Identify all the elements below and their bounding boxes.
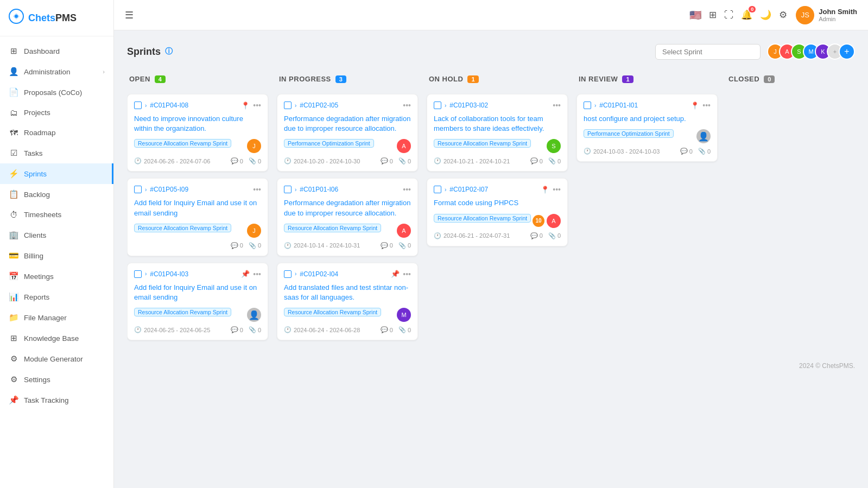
card-checkbox[interactable] <box>284 270 292 278</box>
sidebar-item-dashboard[interactable]: ⊞ Dashboard <box>0 41 113 61</box>
add-member-button[interactable]: + <box>839 43 855 60</box>
card-tag[interactable]: Resource Allocation Revamp Sprint <box>434 139 531 148</box>
card-id[interactable]: #C01P02-I05 <box>300 102 338 109</box>
kanban-col-inprogress: IN PROGRESS 3 › #C01P02-I05 ••• Performa… <box>277 71 418 347</box>
sidebar-item-proposals[interactable]: 📄 Proposals (CoCo) <box>0 82 113 103</box>
logo[interactable]: ChetsPMS <box>0 0 113 36</box>
theme-toggle-icon[interactable]: 🌙 <box>760 9 771 21</box>
card-tag[interactable]: Resource Allocation Revamp Sprint <box>284 224 381 232</box>
card-checkbox[interactable] <box>134 270 142 278</box>
more-options-icon[interactable]: ••• <box>253 270 261 278</box>
info-icon[interactable]: ⓘ <box>165 47 173 56</box>
sidebar-label-timesheets: Timesheets <box>24 211 61 219</box>
sidebar-item-task-tracking[interactable]: 📌 Task Tracking <box>0 390 113 410</box>
more-options-icon[interactable]: ••• <box>403 185 411 194</box>
sprint-select-input[interactable] <box>655 44 761 60</box>
more-options-icon[interactable]: ••• <box>253 101 261 110</box>
sidebar-icon-sprints: ⚡ <box>9 169 18 179</box>
card-id[interactable]: #C01P01-I01 <box>599 102 638 109</box>
card-tag[interactable]: Resource Allocation Revamp Sprint <box>434 214 531 223</box>
card-id[interactable]: #C01P04-I08 <box>150 102 188 109</box>
sidebar-label-dashboard: Dashboard <box>24 47 60 55</box>
sidebar-item-module-generator[interactable]: ⚙ Module Generator <box>0 348 113 369</box>
more-options-icon[interactable]: ••• <box>403 101 411 110</box>
card-checkbox[interactable] <box>434 186 441 193</box>
more-options-icon[interactable]: ••• <box>702 101 711 110</box>
card-date: 🕐2024-06-25 - 2024-06-25 <box>134 326 210 333</box>
card-title[interactable]: Performance degradation after migration … <box>284 114 411 134</box>
sidebar-label-knowledge-base: Knowledge Base <box>24 334 79 343</box>
card-checkbox[interactable] <box>134 186 142 193</box>
card-stats: 💬0 📎0 <box>231 242 261 249</box>
pin-icon[interactable]: 📌 <box>391 270 400 278</box>
sidebar-item-knowledge-base[interactable]: ⊞ Knowledge Base <box>0 328 113 348</box>
attachments-count: 📎0 <box>398 326 411 333</box>
pin-icon[interactable]: 📌 <box>241 270 250 278</box>
sidebar-item-tasks[interactable]: ☑ Tasks <box>0 143 113 163</box>
sidebar-item-reports[interactable]: 📊 Reports <box>0 287 113 307</box>
card-tag[interactable]: Performance Optimization Sprint <box>284 139 374 148</box>
card-title[interactable]: Need to improve innovation culture withi… <box>134 114 261 134</box>
card-footer: 🕐2024-10-14 - 2024-10-31 💬0 📎0 <box>284 242 411 249</box>
menu-toggle-button[interactable]: ☰ <box>125 9 134 21</box>
more-options-icon[interactable]: ••• <box>553 185 561 194</box>
card-tag[interactable]: Resource Allocation Revamp Sprint <box>134 139 231 148</box>
card-title[interactable]: Performance degradation after migration … <box>284 198 411 218</box>
pin-icon[interactable]: 📍 <box>541 186 549 194</box>
card-header: › #C01P05-I09 ••• <box>134 185 261 194</box>
settings-icon[interactable]: ⚙ <box>779 9 787 21</box>
sidebar-item-projects[interactable]: 🗂 Projects <box>0 103 113 123</box>
card-checkbox[interactable] <box>434 102 441 109</box>
comments-count: 💬0 <box>231 157 243 164</box>
card-tag[interactable]: Resource Allocation Revamp Sprint <box>284 308 381 316</box>
card-checkbox[interactable] <box>134 102 142 109</box>
card-title[interactable]: Format code using PHPCS <box>434 198 561 208</box>
sidebar-item-billing[interactable]: 💳 Billing <box>0 245 113 266</box>
card-tag[interactable]: Performance Optimization Sprint <box>584 129 674 138</box>
card-checkbox[interactable] <box>284 186 292 193</box>
language-flag[interactable]: 🇺🇸 <box>689 9 701 21</box>
card-tag[interactable]: Resource Allocation Revamp Sprint <box>134 308 231 316</box>
more-options-icon[interactable]: ••• <box>253 185 261 194</box>
sidebar-icon-billing: 💳 <box>9 251 18 261</box>
card-id[interactable]: #C01P02-I07 <box>449 186 488 193</box>
notification-icon[interactable]: 🔔 0 <box>741 9 752 21</box>
apps-icon[interactable]: ⊞ <box>709 9 717 21</box>
card-tag[interactable]: Resource Allocation Revamp Sprint <box>134 224 231 232</box>
card-title[interactable]: Add field for Inquiry Email and use it o… <box>134 283 261 302</box>
more-options-icon[interactable]: ••• <box>403 270 411 278</box>
assignee-avatar: M <box>397 308 411 322</box>
card-title[interactable]: Add translated files and test stintar no… <box>284 283 411 302</box>
card-date: 🕐2024-06-24 - 2024-06-28 <box>284 326 360 333</box>
more-options-icon[interactable]: ••• <box>553 101 561 110</box>
sidebar-item-settings[interactable]: ⚙ Settings <box>0 369 113 390</box>
sidebar-item-roadmap[interactable]: 🗺 Roadmap <box>0 123 113 143</box>
card-id[interactable]: #C01P01-I06 <box>300 186 338 193</box>
sidebar-item-administration[interactable]: 👤 Administration › <box>0 61 113 82</box>
sidebar-item-timesheets[interactable]: ⏱ Timesheets <box>0 205 113 225</box>
card-id[interactable]: #C01P02-I04 <box>300 270 338 278</box>
card-title[interactable]: host configure and project setup. <box>584 114 711 124</box>
card-chevron-icon: › <box>445 187 446 193</box>
page-title-text: Sprints <box>127 46 161 58</box>
pin-icon[interactable]: 📍 <box>241 102 250 110</box>
card-id-row: › #C01P05-I09 <box>134 186 188 193</box>
card-title[interactable]: Add field for Inquiry Email and use it o… <box>134 198 261 218</box>
card-id[interactable]: #C01P03-I02 <box>449 102 488 109</box>
sidebar-item-clients[interactable]: 🏢 Clients <box>0 225 113 245</box>
card-id[interactable]: #C01P04-I03 <box>150 270 188 278</box>
sidebar-item-file-manager[interactable]: 📁 File Manager <box>0 307 113 328</box>
card-checkbox[interactable] <box>584 102 591 109</box>
fullscreen-icon[interactable]: ⛶ <box>724 10 733 21</box>
sidebar-item-meetings[interactable]: 📅 Meetings <box>0 266 113 287</box>
card-id[interactable]: #C01P05-I09 <box>150 186 188 193</box>
sidebar: ChetsPMS ⊞ Dashboard 👤 Administration › … <box>0 0 114 488</box>
sidebar-item-backlog[interactable]: 📋 Backlog <box>0 184 113 205</box>
sidebar-item-sprints[interactable]: ⚡ Sprints <box>0 163 113 184</box>
user-profile[interactable]: JS John Smith Admin <box>796 6 857 24</box>
comment-icon: 💬 <box>530 232 538 239</box>
pin-icon[interactable]: 📍 <box>690 102 699 110</box>
card-title[interactable]: Lack of collaboration tools for team mem… <box>434 114 561 134</box>
card-chevron-icon: › <box>295 187 296 193</box>
card-checkbox[interactable] <box>284 102 292 109</box>
